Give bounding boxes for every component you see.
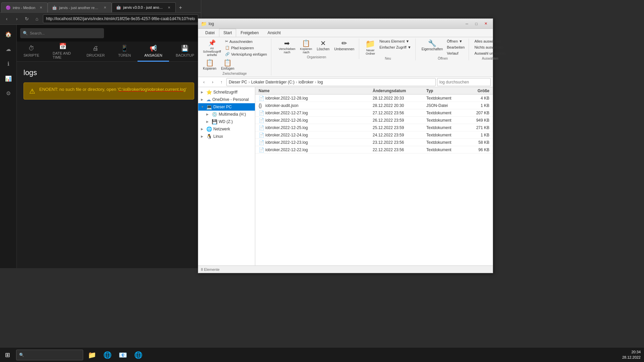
ribbon-tab-ansicht[interactable]: Ansicht (263, 29, 285, 37)
nav-drucker[interactable]: 🖨 DRUCKER (80, 42, 111, 62)
file-name-2: iobroker.2022-12-27.log (265, 111, 308, 115)
col-name[interactable]: Name (257, 88, 371, 93)
sidebar-cloud[interactable]: ☁ (2, 43, 14, 55)
ribbon-tab-freigeben[interactable]: Freigeben (236, 29, 263, 37)
explorer-ribbon: Datei Start Freigeben Ansicht 📌 An Schne… (198, 29, 493, 77)
file-row-6[interactable]: 📄 iobroker.2022-12-23.log 23.12.2022 23:… (255, 139, 493, 146)
tab-jarvis1[interactable]: 🤖 jarvis - just another remarkable... ✕ (48, 2, 112, 12)
reload-button[interactable]: ↻ (23, 15, 31, 23)
minimize-button[interactable]: ─ (463, 20, 471, 27)
home-button[interactable]: ⌂ (33, 15, 41, 23)
ribbon-tab-datei[interactable]: Datei (201, 29, 219, 37)
explorer-search[interactable] (437, 78, 491, 86)
btn-auswahl-umkehren[interactable]: Auswahl umkehren (473, 51, 507, 56)
start-button[interactable]: ⊞ (0, 348, 15, 362)
nav-backitup[interactable]: 💾 BACKITUP (169, 42, 201, 62)
tree-linux[interactable]: ▶ 🐧 Linux (198, 133, 255, 140)
btn-einfugen[interactable]: 📋Einfügen (219, 58, 236, 71)
btn-neuer-ordner[interactable]: 📁NeuerOrdner (363, 39, 377, 56)
tree-schnellzugriff[interactable]: ▶ ⭐ Schnellzugriff (198, 88, 255, 96)
tree-dieser-pc[interactable]: ▼ 💻 Dieser PC (198, 103, 255, 111)
breadcrumb[interactable]: Dieser PC › Lokaler Datenträger (C:) › i… (226, 78, 436, 86)
btn-loschen[interactable]: ✕Löschen (315, 39, 332, 55)
btn-einfacher-zugriff[interactable]: Einfacher Zugriff ▼ (378, 45, 412, 50)
breadcrumb-log[interactable]: log (318, 80, 323, 84)
col-date[interactable]: Änderungsdatum (371, 88, 424, 93)
btn-nichts-auswahlen[interactable]: Nichts auswählen (473, 45, 507, 50)
nav-skripte-icon: ⏱ (29, 45, 35, 52)
explorer-title: log (209, 21, 463, 26)
nav-ansagen[interactable]: 📢 ANSAGEN (138, 42, 169, 62)
maximize-button[interactable]: □ (472, 20, 481, 27)
btn-verknupfung[interactable]: 🔗 Verknüpfung einfügen (224, 51, 268, 57)
file-icon-1: {} (259, 103, 264, 108)
back-button[interactable]: ‹ (3, 15, 11, 23)
file-date-2: 27.12.2022 23:56 (371, 111, 424, 115)
tree-netzwerk[interactable]: ▶ 🌐 Netzwerk (198, 125, 255, 133)
ribbon-group-open: 🔧Eigenschaften Öffnen ▼ Bearbeiten Verla… (417, 39, 469, 60)
btn-verschieben[interactable]: ➡Verschiebennach (277, 39, 298, 55)
file-row-7[interactable]: 📄 iobroker.2022-12-22.log 22.12.2022 23:… (255, 146, 493, 154)
file-date-1: 28.12.2022 20:30 (371, 103, 424, 108)
btn-offnen[interactable]: Öffnen ▼ (445, 39, 466, 44)
nav-turen[interactable]: 📱 TÜREN (111, 42, 138, 62)
file-row-4[interactable]: 📄 iobroker.2022-12-25.log 25.12.2022 23:… (255, 124, 493, 131)
tab-jarvis2-close[interactable]: ✕ (167, 5, 171, 10)
tab-jarvis1-close[interactable]: ✕ (103, 5, 107, 10)
sidebar-settings[interactable]: ⚙ (2, 87, 14, 99)
btn-eigenschaften[interactable]: 🔧Eigenschaften (420, 39, 445, 56)
taskbar-search[interactable]: 🔍 (16, 350, 83, 360)
taskbar-browser[interactable]: 🌐 (100, 348, 115, 362)
tree-multimedia[interactable]: ▶ 💿 Multimedia (H:) (198, 111, 255, 118)
breadcrumb-iobroker[interactable]: ioBroker (299, 80, 314, 84)
sidebar-stats[interactable]: 📊 (2, 72, 14, 84)
btn-kopieren-label: Kopieren (203, 67, 216, 70)
breadcrumb-dieser-pc[interactable]: Dieser PC (229, 80, 247, 84)
col-type[interactable]: Typ (424, 88, 465, 93)
btn-neues-element[interactable]: Neues Element ▼ (378, 39, 412, 44)
sidebar-info[interactable]: ℹ (2, 58, 14, 70)
close-button[interactable]: ✕ (481, 20, 490, 27)
exp-forward-button[interactable]: › (209, 78, 216, 86)
file-size-7: 96 KB (465, 147, 491, 152)
btn-pfad-kopieren[interactable]: 📋 Pfad kopieren (224, 45, 268, 51)
tab-intro-close[interactable]: ✕ (39, 5, 43, 10)
sidebar-home[interactable]: 🏠 (2, 28, 14, 40)
tab-jarvis2[interactable]: 🤖 jarvis v3.0.0 - just another remar... … (112, 2, 176, 12)
btn-kopieren-nach[interactable]: 📋Kopierennach (298, 39, 314, 55)
file-row-5[interactable]: 📄 iobroker.2022-12-24.log 24.12.2022 23:… (255, 131, 493, 139)
btn-alles-auswahlen[interactable]: Alles auswählen (473, 39, 507, 44)
exp-up-button[interactable]: ↑ (218, 78, 225, 86)
btn-ausschneiden[interactable]: ✂ Ausschneiden (224, 39, 268, 44)
forward-button[interactable]: › (13, 15, 21, 23)
exp-back-button[interactable]: ‹ (200, 78, 208, 86)
taskbar-mail[interactable]: 📧 (115, 348, 130, 362)
taskbar-file-explorer[interactable]: 📁 (85, 348, 99, 362)
btn-verlauf[interactable]: Verlauf (445, 51, 466, 56)
col-size[interactable]: Größe (465, 88, 491, 93)
address-input[interactable] (43, 14, 198, 23)
jarvis-search[interactable]: 🔍 Search... (20, 28, 104, 38)
btn-kopieren[interactable]: 📋Kopieren (201, 58, 218, 71)
btn-schnellzugriff[interactable]: 📌 An Schnellzugriffanhefte (201, 39, 223, 57)
nav-datetime[interactable]: 📅 DATE AND TIME (46, 42, 80, 62)
btn-bearbeiten[interactable]: Bearbeiten (445, 45, 466, 50)
file-list: Name Änderungsdatum Typ Größe 📄 iobroker… (255, 87, 493, 265)
new-tab-button[interactable]: + (176, 3, 185, 12)
ribbon-tab-start[interactable]: Start (219, 29, 236, 37)
link-icon: 🔗 (225, 52, 230, 56)
taskbar-chrome[interactable]: 🌐 (131, 348, 146, 362)
ribbon-organize-btns: ➡Verschiebennach 📋Kopierennach ✕Löschen … (277, 39, 356, 55)
tab-intro[interactable]: 🟣 intro - Medion ✕ (1, 2, 48, 12)
file-row-0[interactable]: 📄 iobroker.2022-12-28.log 28.12.2022 20:… (255, 95, 493, 102)
btn-loschen-label: Löschen (317, 47, 330, 51)
file-row-2[interactable]: 📄 iobroker.2022-12-27.log 27.12.2022 23:… (255, 109, 493, 117)
file-row-3[interactable]: 📄 iobroker.2022-12-26.log 26.12.2022 23:… (255, 117, 493, 124)
breadcrumb-lokaler[interactable]: Lokaler Datenträger (C:) (251, 80, 294, 84)
tree-arrow-onedrive: ▶ (201, 98, 205, 101)
file-row-1[interactable]: {} iobroker-audit.json 28.12.2022 20:30 … (255, 102, 493, 109)
nav-skripte[interactable]: ⏱ SKRIPTE (17, 42, 46, 62)
tree-wd[interactable]: ▶ 💾 WD (Z:) (198, 118, 255, 125)
tree-onedrive[interactable]: ▶ ☁ OneDrive - Personal (198, 96, 255, 103)
btn-umbenennen[interactable]: ✏Umbenennen (332, 39, 356, 55)
